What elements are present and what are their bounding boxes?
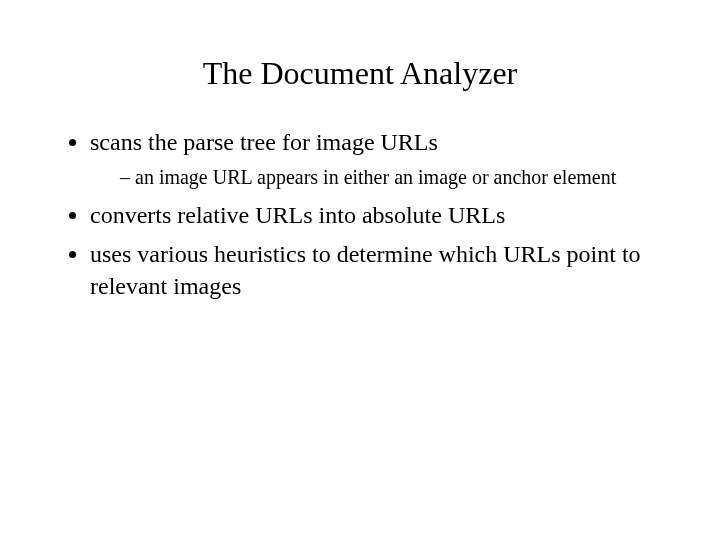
sub-bullet-list: an image URL appears in either an image … xyxy=(90,164,660,190)
bullet-list: scans the parse tree for image URLs an i… xyxy=(60,127,660,302)
list-item: scans the parse tree for image URLs an i… xyxy=(90,127,660,190)
bullet-text: converts relative URLs into absolute URL… xyxy=(90,202,505,228)
list-item: an image URL appears in either an image … xyxy=(120,164,660,190)
list-item: uses various heuristics to determine whi… xyxy=(90,239,660,301)
slide-title: The Document Analyzer xyxy=(60,55,660,92)
sub-bullet-text: an image URL appears in either an image … xyxy=(135,166,616,188)
bullet-text: uses various heuristics to determine whi… xyxy=(90,241,641,298)
list-item: converts relative URLs into absolute URL… xyxy=(90,200,660,231)
bullet-text: scans the parse tree for image URLs xyxy=(90,129,438,155)
slide: The Document Analyzer scans the parse tr… xyxy=(0,0,720,540)
